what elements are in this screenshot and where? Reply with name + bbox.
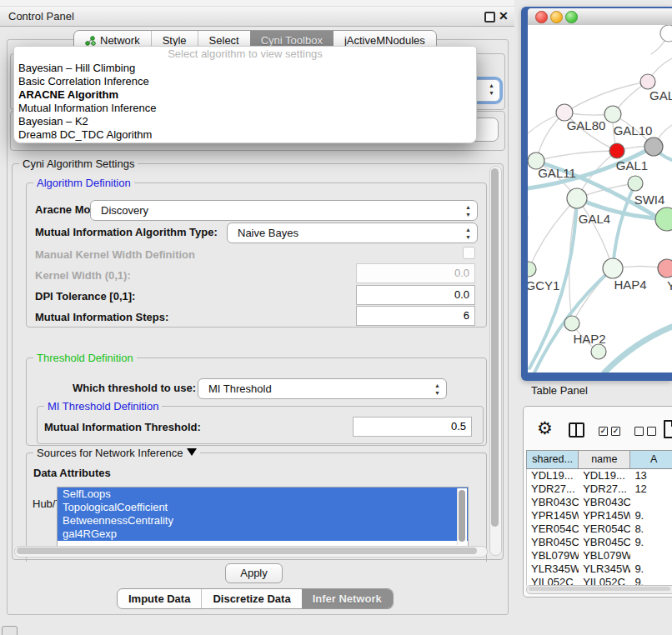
network-node-hap2[interactable] (564, 316, 579, 331)
dropdown-item-bayesian-k2[interactable]: Bayesian – K2 (14, 115, 476, 128)
dropdown-item-dream8-dc-tdc-algorithm[interactable]: Dream8 DC_TDC Algorithm (14, 128, 476, 142)
cyni-algorithm-settings-group: Cyni Algorithm Settings Algorithm Defini… (12, 163, 504, 560)
table-cell: YDL19... (527, 469, 579, 482)
table-cell: YBL079W (579, 549, 630, 562)
dropdown-item-bayesian-hill-climbing[interactable]: Bayesian – Hill Climbing (14, 62, 476, 75)
dropdown-item-mutual-information-inference[interactable]: Mutual Information Inference (14, 102, 476, 115)
table-cell: YER054C (579, 522, 630, 536)
network-node-gal10[interactable] (604, 106, 621, 122)
stepper-arrows-icon: ▲▼ (464, 203, 472, 218)
tab-impute-data[interactable]: Impute Data (118, 589, 201, 608)
network-node-gal1[interactable] (609, 143, 624, 158)
table-cell: YLR345W (527, 562, 579, 576)
mi-threshold-field[interactable]: 0.5 (353, 417, 472, 437)
tab-discretize-data[interactable]: Discretize Data (201, 589, 301, 608)
network-view-window: GALGAL80GAL10GAL1GAL11SWI4GAL4GCY1HAP4YH… (521, 7, 672, 381)
sources-group-title[interactable]: Sources for Network Inference (33, 447, 200, 459)
attribute-item-topologicalcoefficient[interactable]: TopologicalCoefficient (58, 501, 468, 514)
table-row[interactable]: YDL19...YDL19...13 (527, 469, 672, 482)
network-node-gcy1[interactable] (528, 262, 536, 277)
mi-type-combobox[interactable]: Naive Bayes ▲▼ (227, 222, 478, 243)
manual-kernel-checkbox (463, 247, 475, 259)
node-label-hap2: HAP2 (573, 332, 605, 346)
checked-box-icon: ✓ (599, 427, 608, 436)
columns-icon[interactable] (569, 422, 584, 438)
data-attributes-items: SelfLoopsTopologicalCoefficientBetweenne… (58, 488, 468, 541)
mi-steps-label: Mutual Information Steps: (35, 311, 168, 323)
node-label-swi4: SWI4 (634, 192, 665, 207)
table-row[interactable]: YPR145WYPR145W9. (527, 509, 672, 522)
table-row[interactable]: YLR345WYLR345W9. (527, 562, 672, 576)
which-threshold-label: Which threshold to use: (73, 382, 196, 394)
network-node[interactable] (655, 208, 672, 231)
which-threshold-combobox[interactable]: MI Threshold ▲▼ (198, 378, 447, 399)
select-all-checkboxes-icon[interactable]: ✓ ✓ (599, 427, 620, 436)
settings-horizontal-scrollbar[interactable] (14, 546, 488, 558)
network-node-swi4[interactable] (628, 176, 643, 191)
apply-button[interactable]: Apply (225, 563, 283, 583)
network-node-hap4[interactable] (603, 258, 623, 278)
table-row[interactable]: YBL079WYBL079W (527, 549, 672, 562)
node-label-gal4: GAL4 (579, 212, 610, 226)
network-node[interactable] (591, 344, 606, 359)
settings-vertical-scrollbar[interactable] (489, 166, 502, 556)
control-panel-title: Control Panel (8, 7, 74, 26)
float-window-icon[interactable] (484, 12, 495, 22)
close-traffic-light-icon[interactable] (535, 11, 548, 23)
table-row[interactable]: YER054CYER054C8. (527, 522, 672, 536)
document-icon[interactable] (664, 420, 672, 438)
table-row[interactable]: YBR045CYBR045C9. (527, 536, 672, 549)
table-cell: YPR145W (579, 509, 630, 522)
network-node-y[interactable] (658, 259, 672, 278)
dropdown-items: Bayesian – Hill ClimbingBasic Correlatio… (14, 62, 476, 142)
zoom-traffic-light-icon[interactable] (565, 11, 578, 23)
node-label-y: Y (667, 278, 672, 292)
attributes-scrollbar[interactable] (457, 488, 467, 545)
data-attributes-label: Data Attributes (33, 467, 111, 479)
dpi-tolerance-field[interactable]: 0.0 (356, 285, 475, 305)
unchecked-box-icon (634, 427, 644, 436)
tab-infer-network[interactable]: Infer Network (302, 589, 393, 608)
network-node-gal[interactable] (640, 74, 655, 89)
attribute-item-betweennesscentrality[interactable]: BetweennessCentrality (58, 514, 468, 528)
table-cell: YDL19... (579, 469, 630, 482)
network-node-gal4[interactable] (567, 188, 587, 208)
table-cell: YER054C (527, 522, 579, 536)
attribute-item-gal4rgexp[interactable]: gal4RGexp (58, 528, 468, 541)
dropdown-item-aracne-algorithm[interactable]: ARACNE Algorithm (14, 88, 476, 102)
node-label-gal10: GAL10 (614, 123, 653, 138)
column-header-name[interactable]: name (579, 451, 630, 468)
threshold-definition-title: Threshold Definition (33, 352, 137, 364)
table-cell (630, 549, 672, 562)
network-edge (536, 151, 617, 161)
table-row[interactable]: YBR043CYBR043C (527, 496, 672, 509)
deselect-all-checkboxes-icon[interactable] (634, 427, 656, 436)
gear-icon[interactable]: ⚙ (537, 419, 553, 437)
network-node[interactable] (644, 138, 663, 156)
table-cell: YLR345W (579, 562, 630, 576)
kernel-width-field: 0.0 (356, 263, 475, 283)
table-row[interactable]: YDR27...YDR27...12 (527, 482, 672, 496)
manual-kernel-label: Manual Kernel Width Definition (35, 248, 195, 261)
dpi-tolerance-label: DPI Tolerance [0,1]: (35, 290, 135, 302)
table-cell: 12 (630, 482, 672, 496)
minimize-traffic-light-icon[interactable] (550, 11, 563, 23)
aracne-mode-combobox[interactable]: Discovery ▲▼ (90, 200, 478, 221)
close-icon[interactable]: ✕ (499, 9, 509, 22)
network-window-titlebar[interactable] (528, 8, 672, 26)
data-attributes-list: SelfLoopsTopologicalCoefficientBetweenne… (57, 487, 469, 547)
dropdown-item-basic-correlation-inference[interactable]: Basic Correlation Inference (14, 75, 476, 88)
mi-steps-field[interactable]: 6 (356, 306, 475, 326)
network-edge (564, 82, 648, 112)
mi-threshold-label: Mutual Information Threshold: (44, 421, 201, 433)
corner-mini-button[interactable] (2, 626, 18, 635)
table-horizontal-scrollbar[interactable] (526, 585, 672, 594)
column-header-shared-[interactable]: shared... (527, 451, 579, 468)
control-panel-titlebar: Control Panel ✕ (0, 7, 514, 27)
column-header-a[interactable]: A (630, 451, 672, 468)
node-label-gal80: GAL80 (567, 118, 606, 132)
stepper-arrows-icon: ▲▼ (464, 226, 472, 241)
network-canvas[interactable]: GALGAL80GAL10GAL1GAL11SWI4GAL4GCY1HAP4YH… (528, 25, 672, 372)
network-node[interactable] (660, 25, 672, 42)
attribute-item-selfloops[interactable]: SelfLoops (58, 488, 468, 501)
